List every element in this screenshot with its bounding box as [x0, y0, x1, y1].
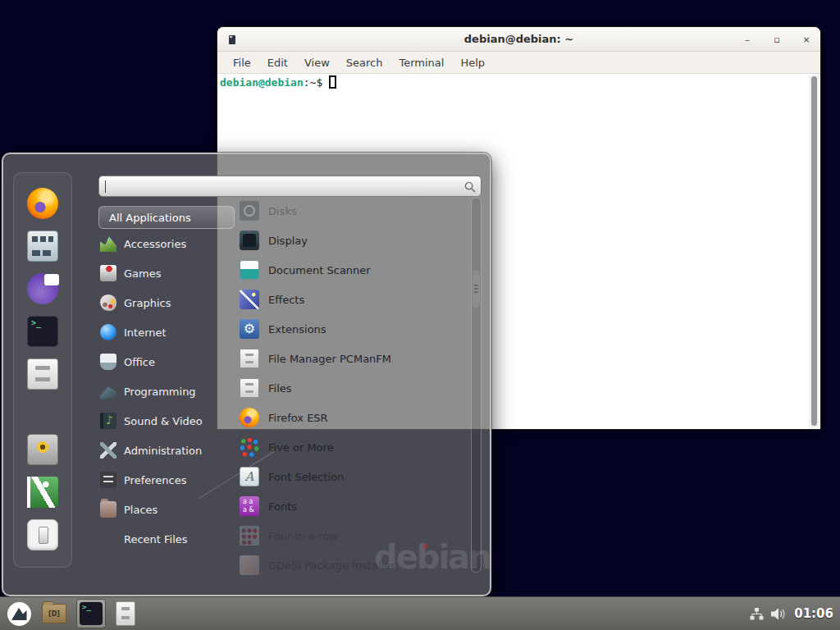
category-administration[interactable]: Administration — [98, 436, 235, 465]
terminal-scrollbar[interactable] — [809, 75, 819, 428]
app-file-manager-pcmanfm[interactable]: File Manager PCManFM — [236, 344, 468, 373]
app-list-scrollbar-thumb[interactable] — [472, 270, 480, 308]
app-effects[interactable]: Effects — [236, 285, 468, 314]
category-office[interactable]: Office — [98, 347, 235, 377]
disks-icon — [240, 201, 259, 221]
menu-button-icon — [7, 601, 32, 627]
app-gdebi-package-installer[interactable]: GDebi Package Installer — [236, 550, 468, 580]
shell-prompt: debian@debian:~$ — [220, 75, 336, 89]
terminal-scrollbar-thumb[interactable] — [811, 76, 817, 426]
office-icon — [100, 354, 116, 370]
category-programming[interactable]: Programming — [98, 377, 235, 406]
file-manager-taskbar-icon[interactable]: [D] — [42, 604, 66, 623]
search-icon — [464, 181, 476, 193]
taskbar: [D] 01:06 — [0, 596, 840, 630]
category-recent-files[interactable]: Recent Files — [98, 524, 235, 554]
app-list-scrollbar[interactable] — [471, 197, 482, 573]
fonts-icon — [240, 496, 259, 516]
app-extensions[interactable]: Extensions — [236, 314, 468, 344]
close-button[interactable]: × — [801, 35, 812, 44]
prompt-user-host: debian@debian — [220, 76, 304, 89]
firefox-launcher-icon[interactable] — [27, 188, 58, 219]
menu-button[interactable] — [7, 601, 32, 627]
terminal-title: debian@debian: ~ — [217, 33, 820, 45]
effects-wand-icon — [240, 290, 259, 309]
terminal-cursor — [329, 75, 336, 89]
terminal-menubar: File Edit View Search Terminal Help — [217, 52, 820, 74]
category-internet[interactable]: Internet — [98, 317, 235, 347]
application-list: Disks Display Document Scanner Effects E… — [236, 196, 468, 582]
programming-icon — [100, 383, 116, 399]
document-scanner-icon — [240, 260, 259, 280]
app-disks[interactable]: Disks — [236, 196, 468, 226]
preferences-sliders-icon — [100, 472, 116, 488]
taskbar-clock[interactable]: 01:06 — [794, 606, 833, 621]
internet-globe-icon — [100, 324, 116, 340]
volume-icon[interactable] — [771, 608, 787, 620]
category-games[interactable]: Games — [98, 258, 235, 288]
pidgin-launcher-icon[interactable] — [27, 273, 58, 304]
file-manager-launcher-icon[interactable] — [27, 231, 58, 262]
file-cabinet-icon — [240, 378, 259, 398]
app-display[interactable]: Display — [236, 226, 468, 255]
shutdown-icon[interactable] — [27, 519, 58, 550]
network-icon[interactable] — [750, 608, 764, 620]
sound-video-icon — [100, 413, 116, 429]
extensions-gear-icon — [240, 319, 259, 339]
terminal-task-button[interactable] — [76, 599, 106, 628]
prompt-path: :~$ — [304, 76, 322, 89]
terminal-titlebar[interactable]: debian@debian: ~ – ▫ × — [217, 27, 820, 52]
lock-screen-icon[interactable] — [27, 434, 58, 465]
category-preferences[interactable]: Preferences — [98, 465, 235, 495]
app-four-in-a-row[interactable]: Four-in-a-row — [236, 521, 468, 550]
four-in-a-row-icon — [240, 526, 259, 546]
places-folder-icon — [100, 501, 116, 518]
folder-badge: [D] — [48, 610, 60, 618]
minimize-button[interactable]: – — [742, 35, 753, 44]
administration-tools-icon — [100, 442, 116, 459]
accessories-icon — [100, 235, 116, 252]
menu-view[interactable]: View — [296, 57, 338, 69]
maximize-button[interactable]: ▫ — [771, 35, 783, 44]
menu-help[interactable]: Help — [452, 57, 493, 69]
app-files[interactable]: Files — [236, 373, 468, 403]
category-label: All Applications — [109, 212, 191, 224]
file-cabinet-taskbar-icon[interactable] — [116, 601, 135, 626]
category-graphics[interactable]: Graphics — [98, 288, 235, 317]
category-sound-video[interactable]: Sound & Video — [98, 406, 235, 436]
app-fonts[interactable]: Fonts — [236, 491, 468, 521]
terminal-launcher-icon[interactable] — [27, 316, 58, 347]
font-selection-icon — [240, 467, 259, 486]
app-document-scanner[interactable]: Document Scanner — [236, 255, 468, 285]
menu-search-input[interactable] — [99, 176, 481, 196]
graphics-icon — [100, 294, 116, 311]
firefox-icon — [240, 408, 259, 427]
terminal-task-icon — [80, 602, 103, 625]
gdebi-icon — [240, 555, 259, 575]
menu-edit[interactable]: Edit — [259, 57, 296, 69]
menu-terminal[interactable]: Terminal — [390, 57, 452, 69]
category-accessories[interactable]: Accessories — [98, 229, 235, 258]
menu-file[interactable]: File — [225, 57, 259, 69]
logout-icon[interactable] — [27, 477, 58, 508]
category-places[interactable]: Places — [98, 495, 235, 524]
display-icon — [240, 231, 259, 250]
file-cabinet-icon — [240, 349, 259, 368]
terminal-window-icon — [229, 35, 235, 44]
category-list: All Applications Accessories Games Graph… — [98, 206, 235, 554]
category-all-applications[interactable]: All Applications — [98, 206, 235, 229]
five-or-more-dots-icon — [240, 437, 259, 457]
menu-search[interactable]: Search — [338, 57, 391, 69]
app-firefox-esr[interactable]: Firefox ESR — [236, 403, 468, 432]
app-font-selection[interactable]: Font Selection — [236, 462, 468, 491]
favorites-sidebar — [13, 172, 72, 568]
file-cabinet-launcher-icon[interactable] — [27, 358, 58, 390]
games-icon — [100, 265, 116, 281]
menu-search-box[interactable] — [98, 176, 482, 197]
app-five-or-more[interactable]: Five or More — [236, 432, 468, 462]
application-menu: debian All Applications Accessories — [2, 153, 491, 596]
